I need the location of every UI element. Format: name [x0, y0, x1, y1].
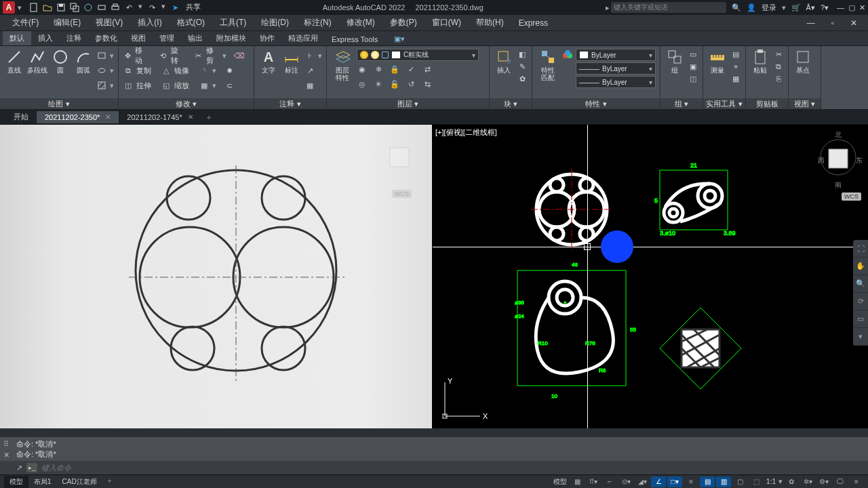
- selall-icon[interactable]: ▦: [730, 73, 741, 84]
- cmd-grip-icon[interactable]: ⠿: [1, 439, 11, 449]
- line-button[interactable]: 直线: [4, 47, 24, 74]
- array-icon[interactable]: ▦: [199, 80, 210, 91]
- undo-dd[interactable]: ▾: [137, 2, 144, 13]
- navbar[interactable]: ⛶ ✋ 🔍 ⟳ ▭ ▾: [853, 240, 868, 346]
- polyline-button[interactable]: 多段线: [27, 47, 47, 74]
- plot-icon[interactable]: [96, 2, 107, 13]
- nav-dd-icon[interactable]: ▾: [853, 328, 868, 346]
- ellipse-icon[interactable]: [96, 65, 107, 76]
- dyn-icon[interactable]: ▥: [716, 476, 731, 487]
- menu-draw[interactable]: 绘图(D): [254, 15, 296, 30]
- scale-icon[interactable]: ◱: [161, 80, 172, 91]
- laymch-icon[interactable]: ⇄: [422, 64, 433, 75]
- base-button[interactable]: 基点: [793, 47, 813, 74]
- anno-vis-icon[interactable]: ✲▾: [800, 476, 815, 487]
- help-icon[interactable]: ?▾: [821, 3, 829, 12]
- close-icon[interactable]: ✕: [859, 3, 865, 12]
- stretch-icon[interactable]: ◫: [123, 80, 134, 91]
- new-icon[interactable]: [28, 2, 39, 13]
- search-icon[interactable]: 🔍: [732, 3, 741, 12]
- fillet-icon[interactable]: ◝: [199, 65, 210, 76]
- tab-manage[interactable]: 管理: [153, 31, 181, 45]
- cmd-recent-icon[interactable]: ↗: [16, 464, 22, 472]
- menu-modify[interactable]: 修改(M): [340, 15, 382, 30]
- app-menu-arrow[interactable]: ▾: [16, 3, 23, 12]
- laymcur-icon[interactable]: ✓: [406, 64, 416, 75]
- layfrz-icon[interactable]: 🔒: [389, 64, 400, 75]
- tab-collab[interactable]: 协作: [253, 31, 281, 45]
- layprev-icon[interactable]: ↺: [406, 79, 416, 89]
- move-icon[interactable]: ✥: [123, 50, 132, 61]
- pan-icon[interactable]: ✋: [853, 258, 868, 275]
- copy-clip-icon[interactable]: ⧉: [773, 61, 784, 72]
- panel-block-title[interactable]: 块 ▾: [490, 98, 532, 109]
- panel-util-title[interactable]: 实用工具 ▾: [703, 98, 745, 109]
- user-icon[interactable]: 👤: [747, 3, 756, 12]
- dim-button[interactable]: 标注: [281, 47, 302, 74]
- cmd-close-icon[interactable]: ✕: [1, 450, 11, 460]
- doc-minimize-icon[interactable]: —: [800, 16, 822, 30]
- tab-addins[interactable]: 附加模块: [210, 31, 253, 45]
- layout-teacher[interactable]: CAD江老师: [57, 476, 102, 488]
- ribbon-overflow-icon[interactable]: ▣▾: [387, 33, 412, 45]
- polar-icon[interactable]: ⊙▾: [618, 476, 633, 487]
- basecopy-icon[interactable]: ⎘: [773, 73, 784, 84]
- panel-base-title[interactable]: 视图 ▾: [789, 98, 821, 109]
- monitor-icon[interactable]: 🖵: [833, 476, 848, 487]
- search-input[interactable]: 键入关键字或短语: [611, 2, 726, 13]
- iso-icon[interactable]: ◢▾: [635, 476, 650, 487]
- erase-icon[interactable]: ⌫: [234, 50, 245, 61]
- cut-icon[interactable]: ✂: [773, 49, 784, 60]
- attr-icon[interactable]: ✿: [517, 73, 528, 84]
- laythw-icon[interactable]: ☀: [373, 79, 384, 89]
- layon-icon[interactable]: ◎: [357, 79, 368, 89]
- menu-express[interactable]: Express: [512, 16, 555, 30]
- layout-add[interactable]: +: [102, 476, 117, 488]
- lindim-icon[interactable]: ⊦: [304, 50, 315, 61]
- command-input[interactable]: [41, 464, 868, 472]
- menu-insert[interactable]: 插入(I): [131, 15, 168, 30]
- lt-combo[interactable]: ———ByLayer▾: [576, 76, 656, 88]
- cart-icon[interactable]: 🛒: [791, 3, 801, 12]
- tab-featured[interactable]: 精选应用: [281, 31, 325, 45]
- doc-close-icon[interactable]: ✕: [844, 16, 864, 30]
- calc-icon[interactable]: ▤: [730, 49, 741, 60]
- tab-output[interactable]: 输出: [181, 31, 210, 45]
- cmd-prompt-icon[interactable]: ▸_: [26, 463, 37, 472]
- match-props-button[interactable]: 特性 匹配: [536, 47, 559, 81]
- open-icon[interactable]: [42, 2, 53, 13]
- status-model[interactable]: 模型: [552, 477, 568, 487]
- copy-icon[interactable]: ⧉: [123, 65, 134, 76]
- tab-view[interactable]: 视图: [124, 31, 153, 45]
- panel-layer-title[interactable]: 图层 ▾: [327, 98, 489, 109]
- table-icon[interactable]: ▦: [304, 80, 315, 91]
- tab-insert[interactable]: 插入: [31, 31, 60, 45]
- autodesk-icon[interactable]: Å▾: [806, 3, 815, 12]
- anno-scale-icon[interactable]: ✿: [784, 476, 799, 487]
- print-icon[interactable]: [110, 2, 121, 13]
- ortho-icon[interactable]: ⌐: [602, 476, 617, 487]
- color-combo[interactable]: ByLayer▾: [576, 49, 656, 61]
- layer-props-button[interactable]: 图层 特性: [331, 47, 354, 81]
- tab-parametric[interactable]: 参数化: [88, 31, 124, 45]
- close-tab-icon[interactable]: ✕: [105, 113, 111, 121]
- redo-dd[interactable]: ▾: [160, 2, 167, 13]
- zoom-icon[interactable]: 🔍: [853, 275, 868, 293]
- viewport-right[interactable]: [+][俯视][二维线框] 21 5 3.89: [433, 125, 868, 428]
- snap-icon[interactable]: ⠿▾: [586, 476, 601, 487]
- text-button[interactable]: A文字: [258, 47, 279, 74]
- layulk-icon[interactable]: 🔓: [389, 79, 400, 89]
- menu-window[interactable]: 窗口(W): [425, 15, 468, 30]
- explode-icon[interactable]: ✸: [224, 65, 235, 76]
- menu-help[interactable]: 帮助(H): [469, 15, 511, 30]
- panel-group-title[interactable]: 组 ▾: [660, 98, 703, 109]
- fullnav-icon[interactable]: ⛶: [853, 240, 868, 258]
- close-tab-icon[interactable]: ✕: [188, 113, 193, 121]
- viewcube[interactable]: 北 西 东 南: [814, 130, 863, 188]
- menu-view[interactable]: 视图(V): [89, 15, 130, 30]
- redo-icon[interactable]: ↷: [146, 2, 157, 13]
- arc-button[interactable]: 圆弧: [73, 47, 94, 74]
- otrack-icon[interactable]: □▾: [667, 476, 682, 487]
- qat-arrow[interactable]: ▸: [606, 3, 610, 12]
- offset-icon[interactable]: ⊂: [224, 80, 235, 91]
